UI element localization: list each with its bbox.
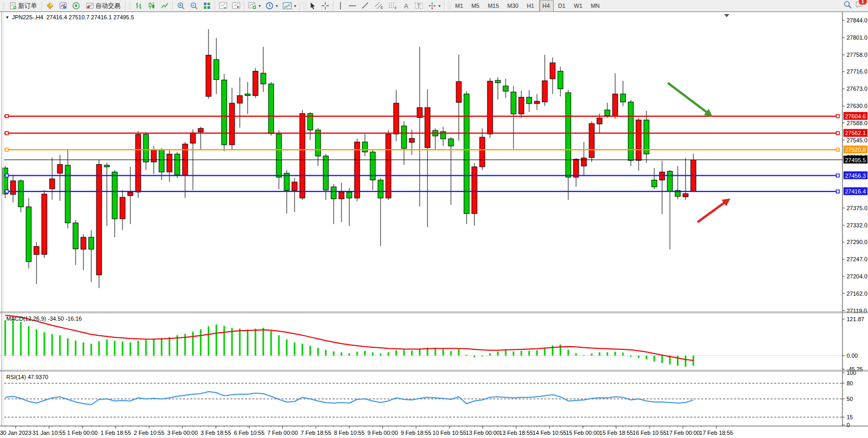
svg-text:31 Jan 10:55: 31 Jan 10:55 (32, 430, 66, 436)
timeframe-H1[interactable]: H1 (523, 0, 537, 12)
svg-text:27758.0: 27758.0 (847, 52, 867, 58)
svg-text:27162.0: 27162.0 (847, 290, 867, 297)
tile-windows-icon (203, 2, 211, 10)
zoom-in-button[interactable] (175, 0, 187, 12)
separator (42, 1, 42, 10)
svg-text:0: 0 (847, 422, 850, 428)
svg-text:15: 15 (847, 414, 853, 420)
notification-badge: 1 (858, 0, 867, 5)
market-button[interactable] (44, 0, 56, 12)
chart-shift-button[interactable] (230, 0, 242, 12)
chat-button[interactable]: 1 (855, 1, 864, 11)
text-label-icon: T (414, 2, 423, 10)
horizontal-line-button[interactable] (346, 0, 359, 12)
chevron-down-icon: ▾ (276, 4, 278, 8)
svg-text:7 Feb 18:55: 7 Feb 18:55 (301, 430, 332, 436)
chart-window[interactable]: 27844.027801.027758.027716.027673.027630… (0, 12, 868, 438)
vertical-line-icon (337, 2, 344, 10)
cursor-button[interactable] (307, 0, 319, 12)
toolbar-grip[interactable] (303, 2, 305, 10)
svg-text:27801.0: 27801.0 (847, 34, 867, 41)
svg-text:27332.0: 27332.0 (847, 222, 867, 228)
timeframe-H4[interactable]: H4 (539, 0, 554, 12)
line-chart-button[interactable] (158, 0, 171, 12)
text-button[interactable]: A (400, 0, 412, 12)
equidistant-channel-button[interactable]: E (372, 0, 386, 12)
auto-scroll-button[interactable] (217, 0, 229, 12)
timeframe-M30[interactable]: M30 (504, 0, 522, 12)
fibonacci-icon: F (388, 2, 398, 10)
periods-button[interactable]: ▾ (263, 0, 280, 12)
timeframe-bar: M1M5M15M30H1H4D1W1MN (451, 0, 603, 12)
timeframe-M5[interactable]: M5 (468, 0, 483, 12)
auto-scroll-icon (219, 2, 227, 10)
signal-button[interactable] (70, 0, 82, 12)
svg-text:121.87: 121.87 (847, 316, 864, 322)
crosshair-button[interactable] (319, 0, 332, 12)
candlestick-chart-button[interactable] (145, 0, 158, 12)
gold-diamond-icon (46, 2, 54, 10)
svg-text:1 Feb 00:00: 1 Feb 00:00 (67, 430, 98, 436)
svg-text:15 Feb 00:00: 15 Feb 00:00 (566, 430, 600, 436)
separator (444, 1, 445, 10)
svg-text:100: 100 (847, 370, 856, 376)
separator (300, 1, 300, 10)
svg-text:27604.6: 27604.6 (845, 113, 866, 119)
svg-text:9 Feb 18:55: 9 Feb 18:55 (401, 430, 432, 436)
new-chart-button[interactable]: ▾ (246, 0, 263, 12)
chart-title-bar: ▼ JPN225-,H4 27416.4 27510.7 27416.1 274… (5, 14, 134, 20)
svg-text:27630.0: 27630.0 (847, 103, 867, 109)
svg-text:27520.8: 27520.8 (845, 147, 866, 153)
toolbar-grip[interactable] (128, 2, 131, 10)
horizontal-line-icon (348, 3, 357, 9)
svg-text:F: F (395, 6, 397, 10)
timeframe-W1[interactable]: W1 (570, 0, 586, 12)
templates-button[interactable]: ▾ (280, 0, 298, 12)
tile-windows-button[interactable] (201, 0, 213, 12)
svg-text:2 Feb 10:55: 2 Feb 10:55 (134, 430, 165, 436)
search-icon[interactable] (843, 1, 852, 11)
separator (125, 1, 126, 10)
new-order-button[interactable]: 新订单 (6, 0, 40, 12)
svg-text:T: T (417, 3, 421, 9)
zoom-out-button[interactable] (188, 0, 200, 12)
auto-trading-button[interactable]: 自动交易 (83, 0, 124, 12)
symbol-dropdown-icon[interactable]: ▼ (5, 15, 9, 20)
bar-chart-button[interactable] (132, 0, 145, 12)
rsi-label: RSI(14) 47.9370 (6, 374, 48, 380)
svg-text:A: A (404, 3, 408, 10)
timeframe-MN[interactable]: MN (587, 0, 603, 12)
text-label-button[interactable]: T (412, 0, 425, 12)
svg-text:27495.5: 27495.5 (845, 157, 866, 163)
toolbar-grip[interactable] (2, 2, 5, 10)
svg-text:80: 80 (847, 380, 853, 386)
arrow-objects-button[interactable]: ▾ (426, 0, 443, 12)
chevron-down-icon: ▾ (259, 4, 261, 8)
separator (244, 1, 244, 10)
chevron-down-icon: ▾ (438, 4, 441, 8)
svg-text:27716.0: 27716.0 (847, 68, 867, 75)
separator (215, 1, 215, 10)
trendline-button[interactable] (359, 0, 372, 12)
crosshair-icon (321, 2, 329, 10)
svg-text:14 Feb 10:55: 14 Feb 10:55 (533, 430, 567, 436)
metaeditor-button[interactable] (57, 0, 69, 12)
fibonacci-button[interactable]: F (386, 0, 400, 12)
channel-icon: E (374, 2, 384, 10)
toolbar-grip[interactable] (447, 2, 450, 10)
chart-canvas[interactable]: 27844.027801.027758.027716.027673.027630… (0, 12, 868, 438)
svg-text:27375.0: 27375.0 (847, 205, 867, 211)
vertical-line-button[interactable] (335, 0, 346, 12)
svg-text:6 Feb 10:55: 6 Feb 10:55 (234, 430, 265, 436)
svg-text:15 Feb 18:55: 15 Feb 18:55 (600, 430, 633, 436)
svg-text:27290.0: 27290.0 (847, 239, 867, 245)
svg-text:27416.4: 27416.4 (845, 188, 866, 194)
svg-text:9 Feb 00:00: 9 Feb 00:00 (368, 430, 398, 436)
svg-text:27588.0: 27588.0 (847, 120, 867, 126)
timeframe-M1[interactable]: M1 (451, 0, 467, 12)
svg-text:50: 50 (847, 396, 853, 402)
timeframe-M15[interactable]: M15 (484, 0, 503, 12)
svg-text:30 Jan 2023: 30 Jan 2023 (0, 430, 31, 436)
svg-text:16 Feb 10:55: 16 Feb 10:55 (633, 430, 667, 436)
timeframe-D1[interactable]: D1 (555, 0, 569, 12)
